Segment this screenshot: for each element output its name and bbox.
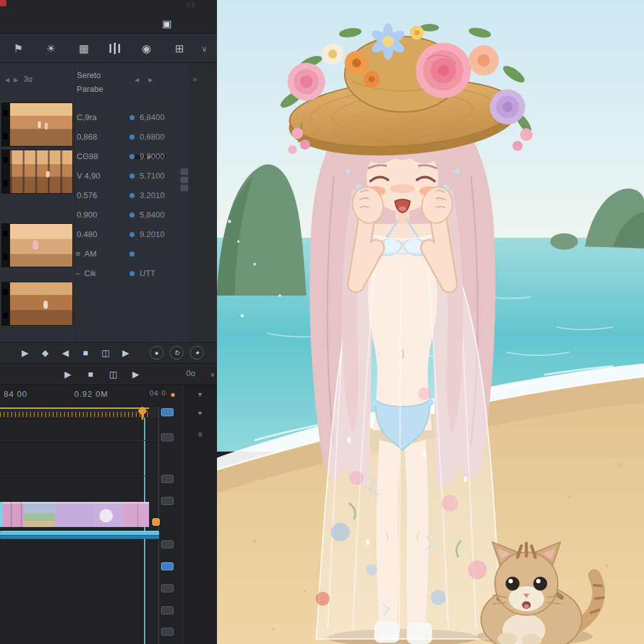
yellow-flower: [410, 26, 424, 40]
param-value[interactable]: 0,6800: [140, 132, 165, 142]
menu-icon: ≡: [75, 249, 80, 258]
layout-button[interactable]: ⊞: [171, 42, 187, 55]
flag-icon[interactable]: ⚑: [10, 42, 26, 55]
snapshot-icon[interactable]: ▣: [162, 18, 172, 30]
chevron-down-icon[interactable]: ∨: [196, 43, 213, 53]
timecode-right: 04·0: [150, 389, 166, 397]
timeline-ruler[interactable]: [0, 406, 158, 419]
track-button[interactable]: [161, 540, 174, 548]
track-enable-button[interactable]: [161, 562, 174, 570]
track-button[interactable]: [161, 628, 174, 636]
parameter-row[interactable]: CG98 9.9000: [77, 147, 189, 167]
keyframe-dot[interactable]: [130, 174, 135, 179]
clip-thumbnail[interactable]: [1, 282, 73, 326]
tool-button[interactable]: ✦: [190, 346, 204, 360]
param-value[interactable]: 9.9000: [140, 152, 165, 161]
playhead-stem: [142, 414, 143, 419]
mini-prev-icon[interactable]: ◀: [135, 77, 139, 83]
clip-preview-image: [10, 224, 72, 267]
next-icon[interactable]: ▶: [14, 77, 18, 83]
param-value[interactable]: 5.7100: [140, 171, 165, 180]
parameter-row[interactable]: 0.900 5,8400: [77, 206, 189, 225]
param-label: Cik: [84, 269, 96, 278]
filmstrip-edge: [1, 103, 9, 147]
play-button[interactable]: ▶: [60, 369, 75, 379]
parameter-row[interactable]: ≡ AM: [77, 245, 189, 264]
clip-segment: [2, 502, 23, 527]
sliders-icon[interactable]: [108, 43, 122, 54]
clip-thumbnail[interactable]: [1, 150, 73, 194]
keyframe-dot[interactable]: [130, 252, 135, 257]
step-forward-button[interactable]: ▶: [118, 348, 133, 358]
parameter-row[interactable]: – Cik UTT: [77, 264, 189, 284]
timeline-side-strip: [183, 385, 217, 644]
keyframe-dot[interactable]: [130, 271, 135, 276]
range-button[interactable]: ◫: [106, 369, 121, 379]
split-clip-button[interactable]: ◫: [98, 348, 113, 358]
parameter-row[interactable]: 0.480 9.2010: [77, 225, 189, 245]
keyframe-dot[interactable]: [130, 193, 135, 198]
param-label: 0,868: [77, 132, 97, 142]
keyframe-dot[interactable]: [130, 213, 135, 218]
preview-canvas: [217, 0, 644, 644]
record-button[interactable]: ●: [150, 346, 164, 360]
track-button[interactable]: [161, 606, 174, 614]
param-value[interactable]: 9.2010: [140, 230, 165, 239]
clip-preview-image: [10, 103, 72, 146]
prev-icon[interactable]: ◀: [5, 77, 9, 83]
mini-next-icon[interactable]: ▶: [148, 77, 153, 83]
stop-button[interactable]: ■: [78, 348, 93, 358]
inspector-side-strip: [189, 63, 217, 342]
parameter-row[interactable]: 0,868 0,6800: [77, 128, 189, 147]
param-value[interactable]: 5,8400: [140, 210, 165, 219]
timeline-clip[interactable]: [0, 502, 149, 527]
keyframe-dot[interactable]: [130, 115, 135, 120]
app-window: ▣ X3 ⚑ ☀ ▦ ◉ ⊞ ∨ ◀ ▶ 3o Sereto Parabe ◀ …: [0, 0, 644, 644]
track-lock-button[interactable]: [161, 408, 174, 416]
record-indicator: [0, 0, 6, 6]
titlebar: ▣ X3: [0, 0, 217, 34]
param-value[interactable]: 6,8400: [140, 113, 165, 122]
param-value[interactable]: UTT: [140, 269, 155, 278]
timecode-left: 84 00: [4, 389, 28, 399]
keyframe-dot[interactable]: [130, 154, 135, 159]
dash-icon: –: [75, 269, 80, 278]
editor-panel: ▣ X3 ⚑ ☀ ▦ ◉ ⊞ ∨ ◀ ▶ 3o Sereto Parabe ◀ …: [0, 0, 217, 644]
monitor-grid-icon[interactable]: ▦: [75, 42, 92, 55]
play-button[interactable]: ▶: [18, 348, 33, 358]
keyframe-dot[interactable]: [130, 135, 135, 140]
track-button[interactable]: [161, 584, 174, 592]
marker-button[interactable]: ◆: [38, 348, 53, 358]
loop-button[interactable]: ↻: [170, 346, 184, 360]
track-button[interactable]: [161, 433, 174, 441]
param-label: V 4,90: [77, 171, 101, 180]
clip-thumbnail[interactable]: [1, 223, 73, 267]
inspector-title-line1: Sereto: [77, 70, 101, 80]
track-button[interactable]: [161, 497, 174, 505]
parameter-row[interactable]: C,9ra 6,8400: [77, 108, 189, 128]
param-value[interactable]: 3.2010: [140, 191, 165, 200]
camera-icon[interactable]: ◉: [138, 42, 155, 55]
clip-handle[interactable]: [152, 518, 160, 526]
audio-track-clip[interactable]: [0, 531, 159, 539]
stop-button[interactable]: ■: [83, 369, 98, 379]
mini-scrollbar[interactable]: [180, 169, 188, 193]
clip-thumbnail[interactable]: [1, 103, 73, 147]
forward-button[interactable]: ▶: [128, 369, 143, 379]
peach-flower: [469, 45, 499, 75]
filmstrip-edge: [1, 282, 9, 326]
param-label: AM: [84, 249, 97, 258]
filmstrip-edge: [1, 150, 9, 194]
keyframe-dot[interactable]: [130, 232, 135, 237]
nav-label: 3o: [24, 75, 32, 84]
step-back-button[interactable]: ◀: [58, 348, 73, 358]
brightness-icon[interactable]: ☀: [43, 42, 59, 55]
star-icon[interactable]: ✦: [194, 409, 206, 418]
parameter-row[interactable]: 0.576 3.2010: [77, 186, 189, 206]
parameter-row[interactable]: V 4,90 5.7100: [77, 167, 189, 186]
chevron-down-icon[interactable]: ▾: [194, 390, 206, 399]
track-button[interactable]: [161, 475, 174, 483]
more-icon[interactable]: »: [192, 74, 197, 84]
menu-icon[interactable]: ≡: [194, 430, 206, 439]
clip-preview-image: [10, 150, 72, 193]
